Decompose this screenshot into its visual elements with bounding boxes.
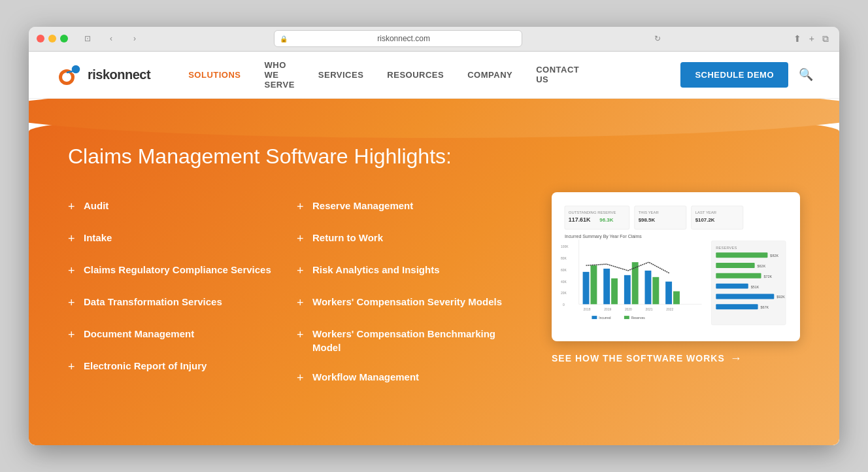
svg-rect-32 — [652, 277, 659, 304]
feature-electronic-report[interactable]: + Electronic Report of Injury — [68, 352, 297, 382]
schedule-demo-button[interactable]: SCHEDULE DEMO — [680, 62, 788, 88]
features-right-col: + Reserve Management + Return to Work + … — [297, 192, 526, 394]
svg-text:$82K: $82K — [770, 254, 778, 258]
feature-label: Intake — [84, 231, 112, 244]
svg-rect-31 — [645, 270, 652, 303]
feature-document-management[interactable]: + Document Management — [68, 320, 297, 350]
svg-text:LAST YEAR: LAST YEAR — [695, 210, 716, 214]
nav-links: SOLUTIONS WHO WE SERVE SERVICES RESOURCE… — [176, 51, 591, 98]
nav-contact-us[interactable]: CONTACT US — [524, 51, 591, 98]
features-left-col: + Audit + Intake + Claims Regulatory Com… — [68, 192, 297, 394]
search-icon[interactable]: 🔍 — [799, 67, 813, 82]
feature-claims-regulatory[interactable]: + Claims Regulatory Compliance Services — [68, 256, 297, 286]
plus-icon: + — [297, 327, 306, 343]
plus-icon: + — [68, 263, 77, 279]
svg-rect-27 — [603, 268, 610, 303]
svg-rect-34 — [673, 291, 680, 304]
plus-icon: + — [68, 199, 77, 215]
svg-text:40K: 40K — [561, 280, 567, 283]
website: riskonnect SOLUTIONS WHO WE SERVE SERVIC… — [29, 52, 839, 446]
nav-services[interactable]: SERVICES — [307, 51, 376, 98]
svg-text:2022: 2022 — [666, 308, 673, 311]
address-bar[interactable]: 🔒 riskonnect.com — [274, 30, 522, 47]
windows-icon[interactable]: ⧉ — [822, 33, 829, 44]
svg-text:$62K: $62K — [758, 263, 766, 267]
browser-titlebar: ⊡ ‹ › 🔒 riskonnect.com ↻ ⬆ + ⧉ — [29, 27, 839, 52]
svg-text:2019: 2019 — [604, 308, 611, 311]
svg-text:Incurred: Incurred — [599, 316, 610, 320]
feature-risk-analytics[interactable]: + Risk Analytics and Insights — [297, 256, 526, 286]
svg-text:20K: 20K — [561, 292, 567, 295]
feature-label: Electronic Report of Injury — [84, 359, 207, 373]
svg-text:$72K: $72K — [763, 274, 772, 278]
svg-rect-29 — [624, 275, 631, 303]
svg-rect-30 — [632, 262, 639, 304]
content-layout: + Audit + Intake + Claims Regulatory Com… — [68, 192, 800, 394]
maximize-button[interactable] — [60, 35, 68, 42]
browser-window: ⊡ ‹ › 🔒 riskonnect.com ↻ ⬆ + ⧉ — [29, 27, 839, 446]
svg-rect-41 — [716, 273, 761, 278]
svg-text:100K: 100K — [561, 245, 569, 248]
dashboard-image: OUTSTANDING RESERVE 117.61K 96.3K THIS Y… — [552, 192, 800, 341]
feature-label: Workers' Compensation Benchmarking Model — [312, 327, 526, 354]
svg-text:60K: 60K — [561, 268, 567, 271]
plus-icon: + — [68, 231, 77, 247]
svg-text:2018: 2018 — [584, 308, 591, 311]
svg-text:$92K: $92K — [776, 295, 785, 299]
feature-reserve-management[interactable]: + Reserve Management — [297, 192, 526, 222]
svg-text:117.61K: 117.61K — [569, 216, 591, 222]
share-icon[interactable]: ⬆ — [793, 33, 801, 44]
lock-icon: 🔒 — [280, 35, 288, 42]
svg-rect-45 — [716, 294, 774, 299]
feature-intake[interactable]: + Intake — [68, 224, 297, 254]
traffic-lights — [37, 35, 68, 42]
svg-rect-39 — [716, 263, 754, 268]
plus-icon: + — [297, 263, 306, 279]
svg-rect-26 — [590, 265, 597, 304]
svg-text:Incurred Summary By Year For C: Incurred Summary By Year For Claims — [565, 234, 642, 239]
see-how-text: SEE HOW THE SOFTWARE WORKS — [552, 353, 725, 363]
nav-resources[interactable]: RESOURCES — [375, 51, 456, 98]
feature-label: Reserve Management — [312, 199, 413, 212]
feature-workers-comp-benchmarking[interactable]: + Workers' Compensation Benchmarking Mod… — [297, 320, 526, 361]
svg-point-1 — [62, 73, 71, 82]
svg-text:THIS YEAR: THIS YEAR — [639, 210, 659, 214]
svg-rect-37 — [716, 252, 767, 258]
nav-who-we-serve[interactable]: WHO WE SERVE — [253, 51, 307, 98]
url-text: riskonnect.com — [292, 34, 516, 43]
new-tab-icon[interactable]: + — [809, 33, 814, 44]
browser-actions: ⬆ + ⧉ — [791, 33, 831, 44]
back-button[interactable]: ‹ — [102, 31, 120, 46]
svg-rect-33 — [665, 281, 672, 304]
plus-icon: + — [68, 327, 77, 343]
plus-icon: + — [297, 370, 306, 386]
hero-background: Claims Management Software Highlights: +… — [29, 112, 839, 446]
tab-icon: ⊡ — [78, 31, 97, 46]
svg-text:$107.2K: $107.2K — [695, 216, 715, 222]
plus-icon: + — [68, 295, 77, 311]
hero-section: Claims Management Software Highlights: +… — [29, 99, 839, 446]
refresh-button[interactable]: ↻ — [654, 34, 661, 43]
plus-icon: + — [297, 231, 306, 247]
close-button[interactable] — [37, 35, 44, 42]
logo-text: riskonnect — [88, 67, 150, 82]
feature-label: Return to Work — [312, 231, 383, 244]
feature-audit[interactable]: + Audit — [68, 192, 297, 222]
nav-solutions[interactable]: SOLUTIONS — [176, 51, 252, 98]
minimize-button[interactable] — [48, 35, 56, 42]
feature-workers-comp-severity[interactable]: + Workers' Compensation Severity Models — [297, 288, 526, 318]
nav-company[interactable]: COMPANY — [456, 51, 524, 98]
logo[interactable]: riskonnect — [55, 60, 150, 89]
feature-label: Risk Analytics and Insights — [312, 263, 440, 277]
svg-rect-28 — [611, 278, 618, 304]
feature-workflow-management[interactable]: + Workflow Management — [297, 363, 526, 393]
dashboard-chart: OUTSTANDING RESERVE 117.61K 96.3K THIS Y… — [559, 200, 792, 331]
see-how-link[interactable]: SEE HOW THE SOFTWARE WORKS → — [552, 352, 800, 365]
feature-data-transformation[interactable]: + Data Transformation Services — [68, 288, 297, 318]
feature-return-to-work[interactable]: + Return to Work — [297, 224, 526, 254]
svg-text:$98.5K: $98.5K — [639, 216, 656, 222]
feature-label: Audit — [84, 199, 108, 212]
forward-button[interactable]: › — [125, 31, 144, 46]
feature-label: Data Transformation Services — [84, 295, 222, 309]
feature-label: Workers' Compensation Severity Models — [312, 295, 502, 309]
